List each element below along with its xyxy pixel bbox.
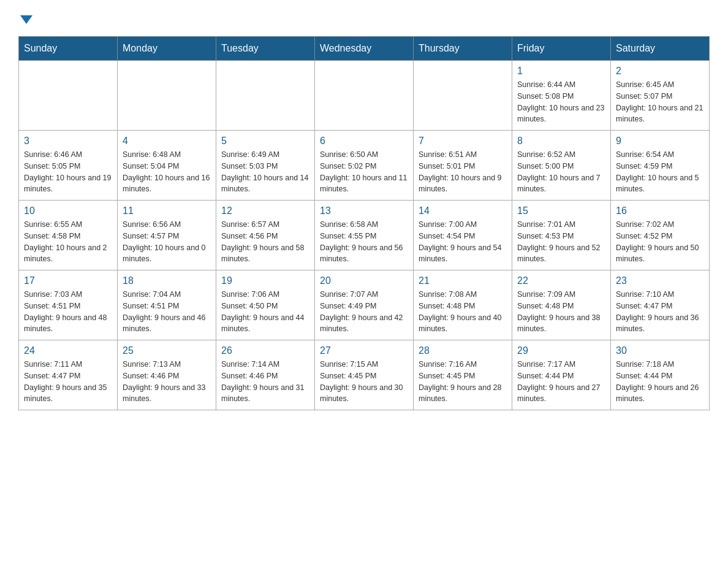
calendar-week-row: 1Sunrise: 6:44 AMSunset: 5:08 PMDaylight… <box>19 61 710 131</box>
day-number: 11 <box>123 205 211 216</box>
day-number: 25 <box>123 345 211 356</box>
day-number: 26 <box>221 345 309 356</box>
day-info: Sunrise: 6:52 AMSunset: 5:00 PMDaylight:… <box>517 149 605 195</box>
day-info: Sunrise: 7:16 AMSunset: 4:45 PMDaylight:… <box>419 359 507 405</box>
calendar-cell <box>315 61 414 131</box>
calendar-cell: 6Sunrise: 6:50 AMSunset: 5:02 PMDaylight… <box>315 131 414 201</box>
day-number: 30 <box>616 345 704 356</box>
day-number: 15 <box>517 205 605 216</box>
day-info: Sunrise: 7:07 AMSunset: 4:49 PMDaylight:… <box>320 289 408 335</box>
day-number: 27 <box>320 345 408 356</box>
calendar-cell: 16Sunrise: 7:02 AMSunset: 4:52 PMDayligh… <box>611 201 710 270</box>
calendar-cell: 23Sunrise: 7:10 AMSunset: 4:47 PMDayligh… <box>611 270 710 340</box>
calendar-cell: 9Sunrise: 6:54 AMSunset: 4:59 PMDaylight… <box>611 131 710 201</box>
day-number: 20 <box>320 275 408 286</box>
day-info: Sunrise: 7:14 AMSunset: 4:46 PMDaylight:… <box>221 359 309 405</box>
page-header <box>18 12 710 24</box>
calendar-cell: 29Sunrise: 7:17 AMSunset: 4:44 PMDayligh… <box>512 340 611 410</box>
day-info: Sunrise: 7:10 AMSunset: 4:47 PMDaylight:… <box>616 289 704 335</box>
day-info: Sunrise: 6:55 AMSunset: 4:58 PMDaylight:… <box>24 219 112 265</box>
col-thursday: Thursday <box>414 37 512 61</box>
calendar-cell: 17Sunrise: 7:03 AMSunset: 4:51 PMDayligh… <box>19 270 118 340</box>
day-number: 2 <box>616 66 704 77</box>
day-number: 21 <box>419 275 507 286</box>
day-info: Sunrise: 7:06 AMSunset: 4:50 PMDaylight:… <box>221 289 309 335</box>
calendar-cell: 14Sunrise: 7:00 AMSunset: 4:54 PMDayligh… <box>414 201 512 270</box>
calendar-week-row: 24Sunrise: 7:11 AMSunset: 4:47 PMDayligh… <box>19 340 710 410</box>
day-info: Sunrise: 7:13 AMSunset: 4:46 PMDaylight:… <box>123 359 211 405</box>
col-monday: Monday <box>118 37 216 61</box>
calendar-cell: 10Sunrise: 6:55 AMSunset: 4:58 PMDayligh… <box>19 201 118 270</box>
day-number: 10 <box>24 205 112 216</box>
logo-general <box>18 12 32 24</box>
day-info: Sunrise: 7:11 AMSunset: 4:47 PMDaylight:… <box>24 359 112 405</box>
calendar-cell: 7Sunrise: 6:51 AMSunset: 5:01 PMDaylight… <box>414 131 512 201</box>
day-number: 24 <box>24 345 112 356</box>
calendar-cell <box>19 61 118 131</box>
day-info: Sunrise: 6:50 AMSunset: 5:02 PMDaylight:… <box>320 149 408 195</box>
day-info: Sunrise: 6:57 AMSunset: 4:56 PMDaylight:… <box>221 219 309 265</box>
day-info: Sunrise: 6:51 AMSunset: 5:01 PMDaylight:… <box>419 149 507 195</box>
calendar-cell: 13Sunrise: 6:58 AMSunset: 4:55 PMDayligh… <box>315 201 414 270</box>
day-info: Sunrise: 6:58 AMSunset: 4:55 PMDaylight:… <box>320 219 408 265</box>
day-info: Sunrise: 7:04 AMSunset: 4:51 PMDaylight:… <box>123 289 211 335</box>
day-number: 18 <box>123 275 211 286</box>
day-info: Sunrise: 7:02 AMSunset: 4:52 PMDaylight:… <box>616 219 704 265</box>
calendar-cell: 19Sunrise: 7:06 AMSunset: 4:50 PMDayligh… <box>216 270 315 340</box>
day-number: 16 <box>616 205 704 216</box>
day-number: 23 <box>616 275 704 286</box>
calendar-table: Sunday Monday Tuesday Wednesday Thursday… <box>18 36 710 410</box>
calendar-cell: 22Sunrise: 7:09 AMSunset: 4:48 PMDayligh… <box>512 270 611 340</box>
day-number: 3 <box>24 136 112 147</box>
calendar-cell: 18Sunrise: 7:04 AMSunset: 4:51 PMDayligh… <box>118 270 216 340</box>
calendar-cell: 30Sunrise: 7:18 AMSunset: 4:44 PMDayligh… <box>611 340 710 410</box>
calendar-cell: 21Sunrise: 7:08 AMSunset: 4:48 PMDayligh… <box>414 270 512 340</box>
day-number: 22 <box>517 275 605 286</box>
day-info: Sunrise: 6:48 AMSunset: 5:04 PMDaylight:… <box>123 149 211 195</box>
col-sunday: Sunday <box>19 37 118 61</box>
calendar-cell: 11Sunrise: 6:56 AMSunset: 4:57 PMDayligh… <box>118 201 216 270</box>
day-info: Sunrise: 7:09 AMSunset: 4:48 PMDaylight:… <box>517 289 605 335</box>
calendar-cell <box>216 61 315 131</box>
calendar-cell: 8Sunrise: 6:52 AMSunset: 5:00 PMDaylight… <box>512 131 611 201</box>
day-number: 9 <box>616 136 704 147</box>
day-number: 28 <box>419 345 507 356</box>
day-number: 4 <box>123 136 211 147</box>
calendar-cell: 20Sunrise: 7:07 AMSunset: 4:49 PMDayligh… <box>315 270 414 340</box>
calendar-cell: 24Sunrise: 7:11 AMSunset: 4:47 PMDayligh… <box>19 340 118 410</box>
day-info: Sunrise: 6:44 AMSunset: 5:08 PMDaylight:… <box>517 79 605 125</box>
calendar-week-row: 17Sunrise: 7:03 AMSunset: 4:51 PMDayligh… <box>19 270 710 340</box>
col-saturday: Saturday <box>611 37 710 61</box>
day-info: Sunrise: 6:49 AMSunset: 5:03 PMDaylight:… <box>221 149 309 195</box>
day-info: Sunrise: 7:17 AMSunset: 4:44 PMDaylight:… <box>517 359 605 405</box>
calendar-cell: 25Sunrise: 7:13 AMSunset: 4:46 PMDayligh… <box>118 340 216 410</box>
day-number: 13 <box>320 205 408 216</box>
logo-arrow-icon <box>20 15 32 24</box>
day-info: Sunrise: 7:08 AMSunset: 4:48 PMDaylight:… <box>419 289 507 335</box>
calendar-cell <box>118 61 216 131</box>
col-friday: Friday <box>512 37 611 61</box>
calendar-cell: 26Sunrise: 7:14 AMSunset: 4:46 PMDayligh… <box>216 340 315 410</box>
calendar-cell: 15Sunrise: 7:01 AMSunset: 4:53 PMDayligh… <box>512 201 611 270</box>
day-number: 7 <box>419 136 507 147</box>
day-number: 29 <box>517 345 605 356</box>
logo <box>18 12 32 24</box>
day-info: Sunrise: 6:54 AMSunset: 4:59 PMDaylight:… <box>616 149 704 195</box>
day-number: 1 <box>517 66 605 77</box>
day-number: 8 <box>517 136 605 147</box>
calendar-cell: 12Sunrise: 6:57 AMSunset: 4:56 PMDayligh… <box>216 201 315 270</box>
day-number: 12 <box>221 205 309 216</box>
day-info: Sunrise: 6:45 AMSunset: 5:07 PMDaylight:… <box>616 79 704 125</box>
calendar-cell <box>414 61 512 131</box>
calendar-header-row: Sunday Monday Tuesday Wednesday Thursday… <box>19 37 710 61</box>
col-wednesday: Wednesday <box>315 37 414 61</box>
calendar-cell: 2Sunrise: 6:45 AMSunset: 5:07 PMDaylight… <box>611 61 710 131</box>
calendar-week-row: 3Sunrise: 6:46 AMSunset: 5:05 PMDaylight… <box>19 131 710 201</box>
day-info: Sunrise: 7:00 AMSunset: 4:54 PMDaylight:… <box>419 219 507 265</box>
day-number: 5 <box>221 136 309 147</box>
day-number: 17 <box>24 275 112 286</box>
col-tuesday: Tuesday <box>216 37 315 61</box>
calendar-cell: 3Sunrise: 6:46 AMSunset: 5:05 PMDaylight… <box>19 131 118 201</box>
calendar-cell: 28Sunrise: 7:16 AMSunset: 4:45 PMDayligh… <box>414 340 512 410</box>
calendar-cell: 5Sunrise: 6:49 AMSunset: 5:03 PMDaylight… <box>216 131 315 201</box>
